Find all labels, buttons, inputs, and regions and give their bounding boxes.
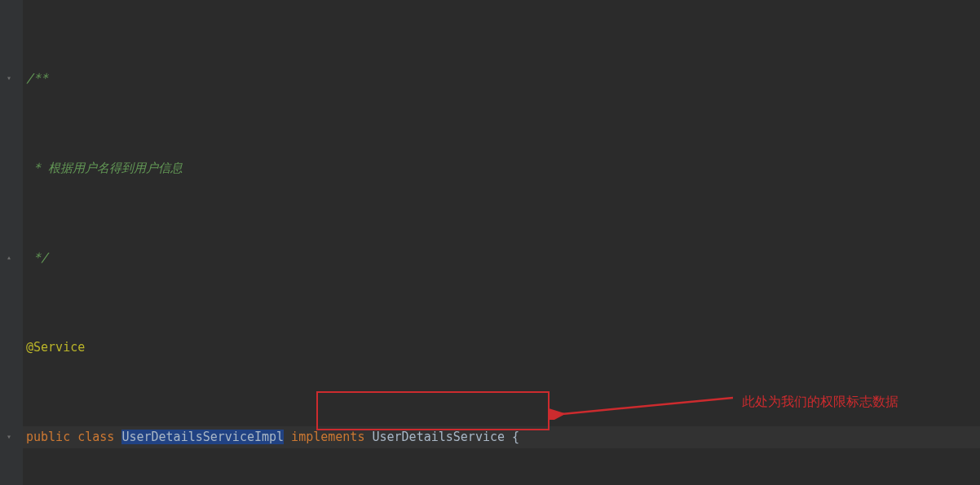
comment-token: */ (26, 250, 48, 265)
interface-token: UserDetailsService { (372, 430, 519, 444)
code-line: ▴ */ (23, 247, 980, 270)
code-line: @Service (23, 337, 980, 359)
keyword-token: class (77, 430, 121, 444)
class-name-selected: UserDetailsServiceImpl (121, 430, 284, 444)
editor-gutter (0, 0, 23, 485)
annotation-label: 此处为我们的权限标志数据 (742, 390, 898, 413)
fold-marker-icon[interactable]: ▾ (7, 74, 11, 82)
fold-marker-icon[interactable]: ▾ (7, 433, 11, 441)
annotation-token: @Service (26, 340, 85, 355)
code-line-active: ▾public class UserDetailsServiceImpl imp… (23, 426, 980, 449)
code-line: ▾/** (23, 68, 980, 90)
code-line: * 根据用户名得到用户信息 (23, 157, 980, 180)
fold-marker-icon[interactable]: ▴ (7, 254, 11, 262)
keyword-token: implements (284, 430, 372, 444)
comment-token: * 根据用户名得到用户信息 (26, 161, 183, 175)
comment-token: /** (26, 71, 48, 86)
keyword-token: public (26, 430, 77, 444)
